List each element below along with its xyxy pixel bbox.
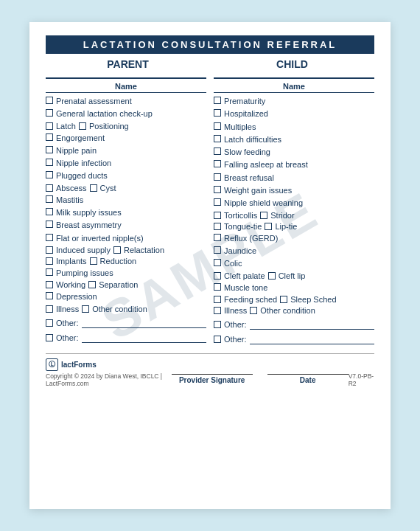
other-line-2: Other: xyxy=(214,334,374,344)
child-header: CHILD xyxy=(210,57,374,72)
list-item: Induced supply Relactation xyxy=(46,246,206,254)
other-line-1: Other: xyxy=(46,318,206,328)
checkbox[interactable] xyxy=(46,159,53,166)
checkbox[interactable] xyxy=(214,234,221,241)
checkbox[interactable] xyxy=(79,122,86,130)
list-item: Engorgement xyxy=(46,133,206,143)
checkbox[interactable] xyxy=(46,334,53,341)
checkbox[interactable] xyxy=(214,321,221,328)
list-item: Nipple infection xyxy=(46,158,206,168)
list-item: Milk supply issues xyxy=(46,207,206,218)
checkbox[interactable] xyxy=(214,223,221,230)
checkbox[interactable] xyxy=(265,223,272,230)
checkbox[interactable] xyxy=(214,160,221,167)
list-item: Feeding sched Sleep Sched xyxy=(214,295,374,304)
checkbox[interactable] xyxy=(260,212,267,219)
checkbox[interactable] xyxy=(280,296,287,303)
checkbox[interactable] xyxy=(46,319,53,327)
other-underline xyxy=(250,319,374,330)
checkbox[interactable] xyxy=(46,221,53,228)
copyright: Copyright © 2024 by Diana West, IBCLC | … xyxy=(46,372,172,387)
sig-label: Provider Signature xyxy=(179,376,245,384)
checkbox[interactable] xyxy=(214,109,221,117)
checkbox[interactable] xyxy=(214,212,221,219)
checkbox[interactable] xyxy=(214,186,221,193)
list-item: Multiples xyxy=(214,122,374,132)
checkbox[interactable] xyxy=(214,135,221,142)
footer: Ⓛ lactForms Copyright © 2024 by Diana We… xyxy=(46,353,374,387)
date-section: Date xyxy=(267,361,349,384)
list-item: Slow feeding xyxy=(214,147,374,157)
checkbox[interactable] xyxy=(46,146,53,153)
checkbox[interactable] xyxy=(113,246,121,254)
list-item: Abscess Cyst xyxy=(46,184,206,192)
other-underline xyxy=(82,333,206,343)
checkbox[interactable] xyxy=(46,234,53,241)
parent-name-label: Name xyxy=(46,82,206,93)
checkbox[interactable] xyxy=(214,173,221,181)
checkbox[interactable] xyxy=(214,246,221,254)
checkbox[interactable] xyxy=(214,198,221,206)
checkbox[interactable] xyxy=(214,259,221,266)
other-line-1: Other: xyxy=(214,319,374,330)
date-line xyxy=(267,361,349,375)
checkbox[interactable] xyxy=(88,281,96,288)
list-item: Pumping issues xyxy=(46,268,206,278)
checkbox[interactable] xyxy=(46,133,53,141)
sig-line xyxy=(172,361,253,375)
checkbox[interactable] xyxy=(46,268,53,276)
checkbox[interactable] xyxy=(46,195,53,203)
list-item: Nipple shield weaning xyxy=(214,198,374,208)
checkbox[interactable] xyxy=(46,122,53,130)
list-item: Plugged ducts xyxy=(46,170,206,181)
other-underline xyxy=(82,318,206,328)
checkbox[interactable] xyxy=(214,296,221,303)
logo-text: lactForms xyxy=(61,361,97,369)
checkbox[interactable] xyxy=(46,171,53,178)
checkbox[interactable] xyxy=(214,307,221,314)
checkbox[interactable] xyxy=(46,292,53,299)
list-item: Working Separation xyxy=(46,280,206,289)
checkbox[interactable] xyxy=(46,109,53,117)
list-item: Tongue-tie Lip-tie xyxy=(214,222,374,231)
checkbox[interactable] xyxy=(268,272,276,280)
checkbox[interactable] xyxy=(46,208,53,215)
checkbox[interactable] xyxy=(82,305,89,313)
checkbox[interactable] xyxy=(46,184,53,192)
checkbox[interactable] xyxy=(46,305,53,313)
list-item: Reflux (GERD) xyxy=(214,233,374,243)
list-item: Illness Other condition xyxy=(46,305,206,313)
checkbox[interactable] xyxy=(214,122,221,130)
checkbox[interactable] xyxy=(46,97,53,104)
signature-date-section: Provider Signature Date xyxy=(172,361,349,384)
list-item: Breast asymmetry xyxy=(46,220,206,230)
list-item: Nipple pain xyxy=(46,145,206,156)
checkbox[interactable] xyxy=(90,257,97,265)
list-item: Implants Reduction xyxy=(46,257,206,266)
checkbox[interactable] xyxy=(214,97,221,104)
checkbox[interactable] xyxy=(90,184,97,192)
other-line-2: Other: xyxy=(46,333,206,343)
column-headers: PARENT CHILD xyxy=(46,57,374,72)
list-item: Falling asleep at breast xyxy=(214,159,374,170)
parent-header: PARENT xyxy=(46,57,210,72)
list-item: Latch Positioning xyxy=(46,122,206,131)
checkbox[interactable] xyxy=(250,307,257,314)
checkbox[interactable] xyxy=(46,246,53,254)
main-columns: Name Prenatal assessment General lactati… xyxy=(46,77,374,344)
checkbox[interactable] xyxy=(214,272,221,280)
logo: Ⓛ lactForms xyxy=(46,358,97,371)
list-item: Jaundice xyxy=(214,246,374,256)
list-item: General lactation check-up xyxy=(46,108,206,119)
parent-column: Name Prenatal assessment General lactati… xyxy=(46,77,206,344)
checkbox[interactable] xyxy=(214,336,221,343)
checkbox[interactable] xyxy=(214,283,221,291)
checkbox[interactable] xyxy=(46,257,53,265)
checkbox[interactable] xyxy=(214,148,221,155)
list-item: Weight gain issues xyxy=(214,185,374,195)
list-item: Breast refusal xyxy=(214,173,374,183)
list-item: Latch difficulties xyxy=(214,134,374,145)
checkbox[interactable] xyxy=(46,281,53,288)
list-item: Flat or inverted nipple(s) xyxy=(46,233,206,243)
list-item: Colic xyxy=(214,258,374,268)
